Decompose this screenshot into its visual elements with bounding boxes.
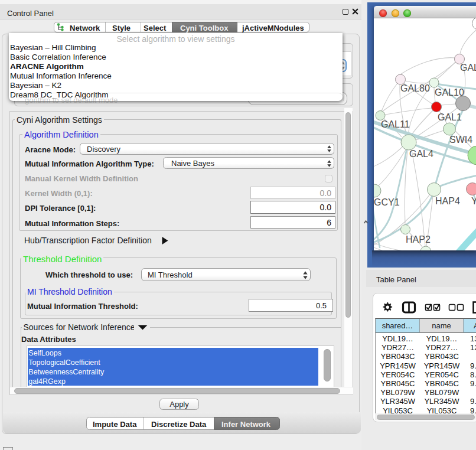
svg-text:HAP2: HAP2 [406, 234, 431, 244]
svg-text:GAL10: GAL10 [435, 87, 464, 97]
svg-text:GCY1: GCY1 [374, 197, 400, 207]
svg-text:GAL4: GAL4 [409, 149, 433, 159]
svg-text:HAP4: HAP4 [435, 196, 460, 206]
svg-text:GAL80: GAL80 [400, 83, 430, 93]
svg-text:GAL11: GAL11 [381, 119, 410, 129]
svg-text:GAL1: GAL1 [438, 112, 462, 122]
svg-text:GAL7: GAL7 [460, 63, 476, 73]
svg-text:SWI4: SWI4 [449, 135, 472, 145]
svg-text:Y: Y [471, 196, 476, 206]
